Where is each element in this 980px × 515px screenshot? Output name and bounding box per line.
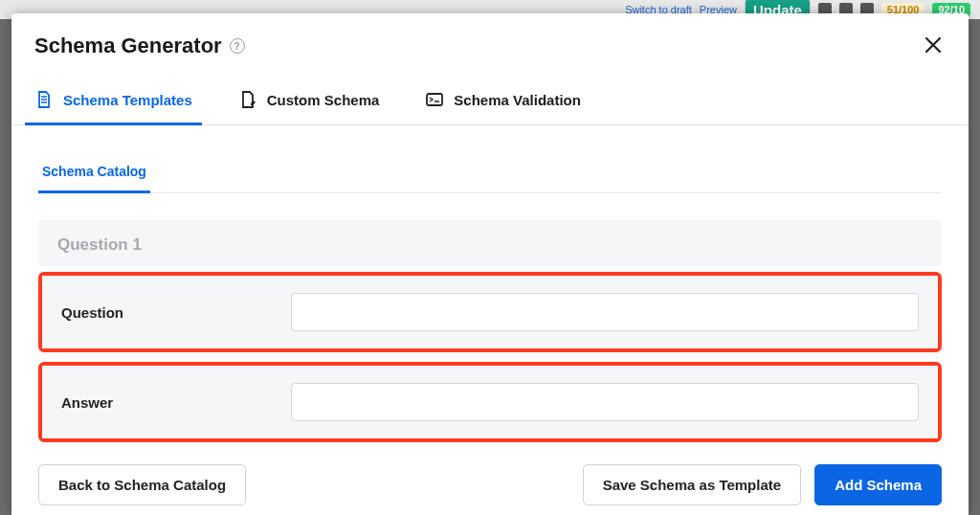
secondary-tabs: Schema Catalog — [38, 152, 942, 193]
primary-tabs: Schema Templates Custom Schema Schema Va… — [11, 77, 969, 125]
answer-input[interactable] — [291, 383, 919, 421]
add-schema-button[interactable]: Add Schema — [814, 464, 942, 505]
close-icon — [924, 36, 942, 54]
answer-field-row: Answer — [38, 362, 942, 442]
back-button[interactable]: Back to Schema Catalog — [38, 464, 246, 505]
question-field-row: Question — [38, 272, 942, 352]
section-title: Question 1 — [38, 220, 942, 266]
document-icon — [34, 90, 54, 109]
tab-label: Custom Schema — [267, 92, 380, 108]
tab-custom-schema[interactable]: Custom Schema — [229, 77, 390, 125]
tab-label: Schema Templates — [63, 92, 192, 108]
save-template-button[interactable]: Save Schema as Template — [583, 464, 802, 505]
question-label: Question — [61, 304, 291, 321]
svg-rect-0 — [427, 94, 442, 105]
tab-label: Schema Validation — [454, 92, 581, 108]
schema-generator-modal: Schema Generator ? Schema Templates Cust… — [11, 13, 969, 515]
close-button[interactable] — [921, 31, 946, 61]
tab-schema-validation[interactable]: Schema Validation — [415, 77, 590, 125]
form-area: Question 1 Question Answer — [11, 193, 969, 455]
modal-footer: Back to Schema Catalog Save Schema as Te… — [11, 455, 969, 515]
question-section: Question 1 — [38, 220, 942, 266]
question-input[interactable] — [291, 293, 919, 331]
modal-header: Schema Generator ? — [11, 13, 969, 77]
modal-title: Schema Generator — [34, 34, 222, 58]
help-icon[interactable]: ? — [230, 38, 245, 54]
answer-label: Answer — [61, 394, 291, 411]
subtab-schema-catalog[interactable]: Schema Catalog — [38, 152, 150, 193]
document-edit-icon — [238, 90, 257, 109]
tab-schema-templates[interactable]: Schema Templates — [25, 77, 202, 125]
terminal-icon — [425, 90, 444, 109]
